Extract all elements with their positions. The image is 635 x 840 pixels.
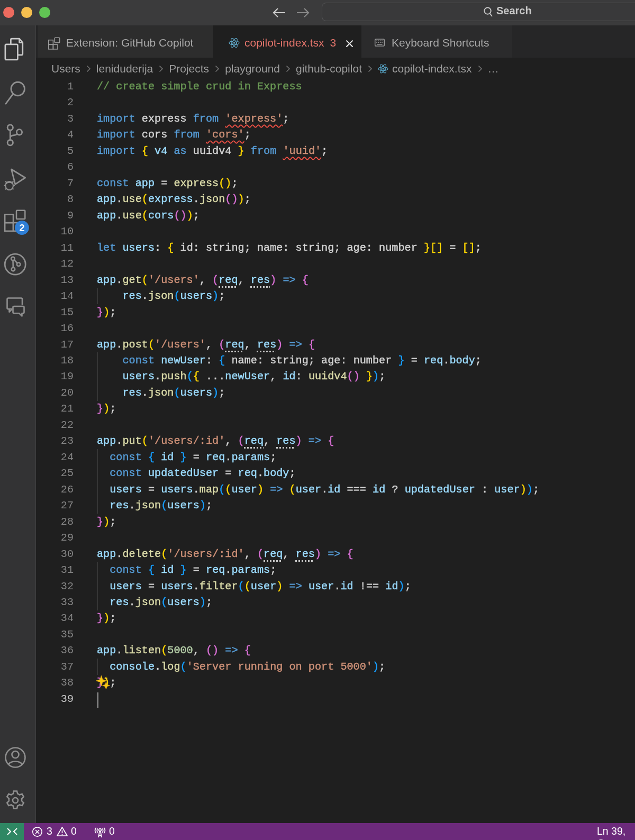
svg-text:2: 2 <box>19 223 24 233</box>
